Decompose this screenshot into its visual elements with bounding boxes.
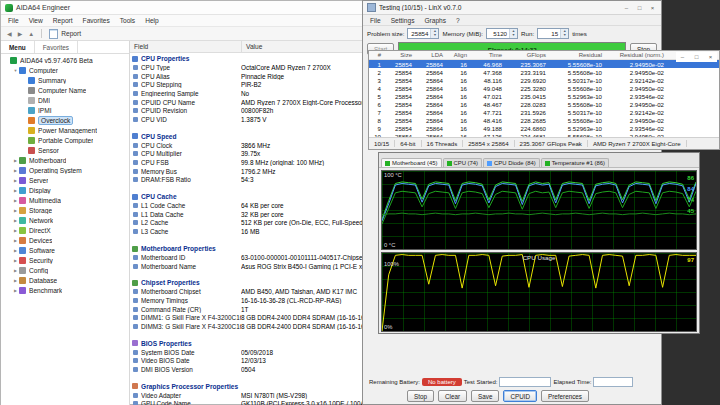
clear-button[interactable]: Clear xyxy=(438,390,467,402)
sidebar-item-security[interactable]: ▶Security xyxy=(1,255,129,265)
results-row[interactable]: 925854258641649.188224.68605.52963e-102.… xyxy=(369,124,719,132)
sidebar-item-software[interactable]: ▶Software xyxy=(1,245,129,255)
results-row[interactable]: 325854258641648.116229.69205.50317e-102.… xyxy=(369,76,719,84)
expand-icon[interactable]: ▶ xyxy=(12,168,19,173)
temp-ymax-label: 100 °C xyxy=(384,172,402,178)
menu-help[interactable]: Help xyxy=(140,17,164,24)
graph-tab-cpu-diode-84[interactable]: CPU Diode (84) xyxy=(483,158,540,167)
back-icon[interactable]: ◀ xyxy=(4,30,15,37)
menu-favorites[interactable]: Favorites xyxy=(78,17,115,24)
menu-tools[interactable]: Tools xyxy=(115,17,140,24)
expand-icon[interactable]: ▶ xyxy=(12,278,19,283)
results-row[interactable]: 425854258641649.048225.32805.55608e-102.… xyxy=(369,84,719,92)
spinner-arrows-icon[interactable]: ▲▼ xyxy=(509,29,517,38)
sidebar-item-config[interactable]: ▶Config xyxy=(1,265,129,275)
preferences-button[interactable]: Preferences xyxy=(541,390,589,402)
expand-icon[interactable]: ▶ xyxy=(12,248,19,253)
sidebar-tab-menu[interactable]: Menu xyxy=(1,41,35,53)
forward-icon[interactable]: ▶ xyxy=(15,30,26,37)
sidebar-item-ipmi[interactable]: IPMI xyxy=(1,105,129,115)
menu-view[interactable]: View xyxy=(24,17,48,24)
expand-icon[interactable]: ▶ xyxy=(12,208,19,213)
results-col-size[interactable]: Size xyxy=(385,52,416,58)
sidebar-item-dmi[interactable]: DMI xyxy=(1,95,129,105)
linx-maximize-button[interactable]: □ xyxy=(633,3,646,13)
graph-tab-cpu-74[interactable]: CPU (74) xyxy=(443,158,483,167)
sidebar-item-multimedia[interactable]: ▶Multimedia xyxy=(1,195,129,205)
cpuid-button[interactable]: CPUID xyxy=(503,390,537,402)
sidebar-item-storage[interactable]: ▶Storage xyxy=(1,205,129,215)
expand-icon[interactable]: ▶ xyxy=(12,218,19,223)
sidebar-item-portable-computer[interactable]: Portable Computer xyxy=(1,135,129,145)
spinner-arrows-icon[interactable]: ▲▼ xyxy=(430,29,438,38)
results-col-align[interactable]: Align xyxy=(447,52,471,58)
series-cpu-diode xyxy=(382,183,696,220)
results-maximize-button[interactable]: □ xyxy=(690,52,703,62)
sidebar-item-computer-name[interactable]: Computer Name xyxy=(1,85,129,95)
column-header-field[interactable]: Field xyxy=(130,41,242,52)
sidebar-item-power-management[interactable]: Power Management xyxy=(1,125,129,135)
linx-menu-file[interactable]: File xyxy=(365,17,386,24)
results-row[interactable]: 825854258641648.416228.26855.55608e-102.… xyxy=(369,116,719,124)
linx-menu-settings[interactable]: Settings xyxy=(386,17,420,24)
results-close-button[interactable]: × xyxy=(704,52,717,62)
linx-close-button[interactable]: × xyxy=(646,3,659,13)
sidebar-item-display[interactable]: ▶Display xyxy=(1,185,129,195)
graph-tab-motherboard-45[interactable]: Motherboard (45) xyxy=(381,158,442,167)
sidebar-item-motherboard[interactable]: ▶Motherboard xyxy=(1,155,129,165)
stop-button[interactable]: Stop xyxy=(407,390,434,402)
linx-menu-graphs[interactable]: Graphs xyxy=(419,17,451,24)
run-input[interactable]: 15 ▲▼ xyxy=(537,28,569,39)
results-row[interactable]: 225854258641647.368233.31915.55608e-102.… xyxy=(369,68,719,76)
results-minimize-button[interactable]: – xyxy=(676,52,689,62)
results-col-gflops[interactable]: GFlops xyxy=(506,52,550,58)
status-segment: 10/15 xyxy=(369,140,395,147)
results-col-num[interactable]: # xyxy=(369,52,385,58)
linx-minimize-button[interactable]: – xyxy=(620,3,633,13)
sidebar-item-sensor[interactable]: Sensor xyxy=(1,145,129,155)
sidebar-item-overclock[interactable]: Overclock xyxy=(1,115,129,125)
sidebar-item-aida64-v5-97-4676-beta[interactable]: AIDA64 v5.97.4676 Beta xyxy=(1,55,129,65)
results-row[interactable]: 625854258641648.467228.02835.55608e-102.… xyxy=(369,100,719,108)
sidebar-item-benchmark[interactable]: ▶Benchmark xyxy=(1,285,129,295)
expand-icon[interactable]: ▶ xyxy=(12,198,19,203)
expand-icon[interactable]: ▶ xyxy=(12,158,19,163)
collapse-icon[interactable]: ▼ xyxy=(12,68,19,73)
sidebar-item-summary[interactable]: Summary xyxy=(1,75,129,85)
battery-status-badge: No battery xyxy=(422,378,462,386)
results-col-lda[interactable]: LDA xyxy=(416,52,447,58)
sidebar-item-directx[interactable]: ▶DirectX xyxy=(1,225,129,235)
results-col-residual[interactable]: Residual xyxy=(550,52,606,58)
results-row[interactable]: 725854258641647.721231.59265.50317e-102.… xyxy=(369,108,719,116)
save-button[interactable]: Save xyxy=(471,390,499,402)
expand-icon[interactable]: ▶ xyxy=(12,188,19,193)
sidebar-tab-favorites[interactable]: Favorites xyxy=(35,41,78,53)
problem-size-input[interactable]: 25854 ▲▼ xyxy=(407,28,439,39)
linx-titlebar[interactable]: Testing (10/15) - LinX v0.7.0 –□× xyxy=(363,1,661,15)
expand-icon[interactable]: ▶ xyxy=(12,288,19,293)
expand-icon[interactable]: ▶ xyxy=(12,238,19,243)
sidebar-item-database[interactable]: ▶Database xyxy=(1,275,129,285)
sidebar-item-network[interactable]: ▶Network xyxy=(1,215,129,225)
sidebar-item-operating-system[interactable]: ▶Operating System xyxy=(1,165,129,175)
spinner-arrows-icon[interactable]: ▲▼ xyxy=(560,29,568,38)
sidebar-item-server[interactable]: ▶Server xyxy=(1,175,129,185)
menu-report[interactable]: Report xyxy=(48,17,78,24)
field-icon xyxy=(133,143,138,148)
expand-icon[interactable]: ▶ xyxy=(12,258,19,263)
expand-icon[interactable]: ▶ xyxy=(12,178,19,183)
up-icon[interactable]: ▲ xyxy=(25,31,37,37)
menu-file[interactable]: File xyxy=(3,17,24,24)
sidebar-item-computer[interactable]: ▼Computer xyxy=(1,65,129,75)
expand-icon[interactable]: ▶ xyxy=(12,228,19,233)
results-row[interactable]: 125854258641646.968235.30675.55608e-102.… xyxy=(369,60,719,68)
report-button[interactable]: Report xyxy=(46,29,84,39)
graph-tab-temperature-1-86[interactable]: Temperature #1 (86) xyxy=(541,158,609,167)
results-col-residual-norm[interactable]: Residual (norm.) xyxy=(606,52,668,58)
linx-menu-num[interactable]: ? xyxy=(451,17,465,24)
memory-input[interactable]: 5120 ▲▼ xyxy=(486,28,518,39)
expand-icon[interactable]: ▶ xyxy=(12,268,19,273)
results-col-time[interactable]: Time xyxy=(471,52,506,58)
sidebar-item-devices[interactable]: ▶Devices xyxy=(1,235,129,245)
results-row[interactable]: 525854258641647.021235.04155.52963e-102.… xyxy=(369,92,719,100)
